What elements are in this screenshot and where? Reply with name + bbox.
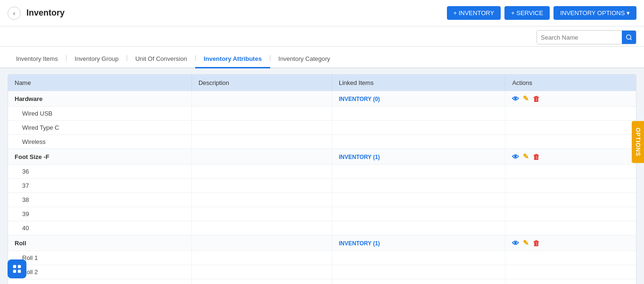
search-input[interactable] bbox=[537, 31, 622, 44]
child-linked bbox=[332, 121, 505, 135]
edit-icon[interactable]: ✎ bbox=[523, 94, 529, 103]
table-row: 39 bbox=[8, 207, 636, 221]
bottom-dashboard-button[interactable] bbox=[8, 259, 26, 278]
child-name: Roll 2 bbox=[8, 265, 191, 279]
group-name: Roll bbox=[8, 235, 191, 251]
child-actions bbox=[505, 207, 636, 221]
child-description bbox=[191, 221, 332, 235]
side-options-panel[interactable]: OPTIONS bbox=[632, 121, 644, 163]
child-name: 39 bbox=[8, 207, 191, 221]
table-row: Wired USB bbox=[8, 107, 636, 121]
tab-inventory-group[interactable]: Inventory Group bbox=[66, 50, 127, 68]
svg-rect-5 bbox=[18, 270, 21, 273]
view-icon[interactable]: 👁 bbox=[512, 239, 519, 247]
child-linked bbox=[332, 107, 505, 121]
col-actions: Actions bbox=[505, 75, 636, 91]
top-bar: ‹ Inventory + INVENTORY + SERVICE INVENT… bbox=[0, 0, 644, 26]
delete-icon[interactable]: 🗑 bbox=[533, 95, 540, 103]
tab-inventory-category[interactable]: Inventory Category bbox=[270, 50, 339, 68]
table-row: Hardware INVENTORY (0) 👁 ✎ 🗑 bbox=[8, 91, 636, 107]
child-description bbox=[191, 251, 332, 265]
page-title: Inventory bbox=[26, 8, 65, 18]
table-row: 36 bbox=[8, 165, 636, 179]
child-linked bbox=[332, 179, 505, 193]
child-name: Roll 3 bbox=[8, 279, 191, 284]
child-description bbox=[191, 135, 332, 149]
svg-rect-2 bbox=[13, 265, 16, 268]
child-linked bbox=[332, 251, 505, 265]
tab-unit-of-conversion[interactable]: Unit Of Conversion bbox=[127, 50, 196, 68]
child-actions bbox=[505, 279, 636, 284]
child-actions bbox=[505, 121, 636, 135]
grid-icon bbox=[12, 264, 22, 274]
tab-inventory-items[interactable]: Inventory Items bbox=[8, 50, 66, 68]
group-linked[interactable]: INVENTORY (0) bbox=[332, 91, 505, 107]
col-linked-items: Linked Items bbox=[332, 75, 505, 91]
edit-icon[interactable]: ✎ bbox=[523, 152, 529, 161]
group-name: Foot Size -F bbox=[8, 149, 191, 165]
child-name: 38 bbox=[8, 193, 191, 207]
group-description bbox=[191, 149, 332, 165]
table-container: Name Description Linked Items Actions Ha… bbox=[8, 74, 636, 284]
child-linked bbox=[332, 193, 505, 207]
child-actions bbox=[505, 193, 636, 207]
table-row: Roll 1 bbox=[8, 251, 636, 265]
search-bar-area bbox=[0, 26, 644, 47]
child-name: Wired USB bbox=[8, 107, 191, 121]
group-name: Hardware bbox=[8, 91, 191, 107]
back-button[interactable]: ‹ bbox=[8, 7, 21, 20]
svg-line-1 bbox=[630, 39, 632, 40]
table-row: Roll 2 bbox=[8, 265, 636, 279]
search-button[interactable] bbox=[622, 30, 636, 44]
inventory-attributes-table: Name Description Linked Items Actions Ha… bbox=[8, 75, 636, 284]
col-description: Description bbox=[191, 75, 332, 91]
group-linked[interactable]: INVENTORY (1) bbox=[332, 235, 505, 251]
delete-icon[interactable]: 🗑 bbox=[533, 239, 540, 247]
child-name: 40 bbox=[8, 221, 191, 235]
group-linked[interactable]: INVENTORY (1) bbox=[332, 149, 505, 165]
tab-inventory-attributes[interactable]: Inventory Attributes bbox=[195, 50, 270, 68]
table-row: Wireless bbox=[8, 135, 636, 149]
child-actions bbox=[505, 251, 636, 265]
child-linked bbox=[332, 221, 505, 235]
child-description bbox=[191, 265, 332, 279]
child-description bbox=[191, 207, 332, 221]
svg-rect-3 bbox=[18, 265, 21, 268]
top-bar-right: + INVENTORY + SERVICE INVENTORY OPTIONS … bbox=[447, 6, 637, 20]
tabs-bar: Inventory Items | Inventory Group | Unit… bbox=[0, 47, 644, 68]
delete-icon[interactable]: 🗑 bbox=[533, 153, 540, 161]
view-icon[interactable]: 👁 bbox=[512, 153, 519, 161]
table-row: Foot Size -F INVENTORY (1) 👁 ✎ 🗑 bbox=[8, 149, 636, 165]
table-row: 37 bbox=[8, 179, 636, 193]
child-actions bbox=[505, 135, 636, 149]
child-description bbox=[191, 121, 332, 135]
child-actions bbox=[505, 107, 636, 121]
add-inventory-button[interactable]: + INVENTORY bbox=[447, 6, 501, 20]
child-description bbox=[191, 193, 332, 207]
edit-icon[interactable]: ✎ bbox=[523, 239, 529, 247]
top-bar-left: ‹ Inventory bbox=[8, 7, 65, 20]
main-content: Name Description Linked Items Actions Ha… bbox=[0, 74, 644, 284]
table-header-row: Name Description Linked Items Actions bbox=[8, 75, 636, 91]
child-actions bbox=[505, 179, 636, 193]
child-actions bbox=[505, 165, 636, 179]
child-linked bbox=[332, 279, 505, 284]
table-row: Wired Type C bbox=[8, 121, 636, 135]
child-actions bbox=[505, 221, 636, 235]
child-name: Wireless bbox=[8, 135, 191, 149]
child-linked bbox=[332, 207, 505, 221]
child-linked bbox=[332, 165, 505, 179]
table-row: 38 bbox=[8, 193, 636, 207]
group-description bbox=[191, 91, 332, 107]
view-icon[interactable]: 👁 bbox=[512, 95, 519, 103]
child-description bbox=[191, 279, 332, 284]
group-description bbox=[191, 235, 332, 251]
child-actions bbox=[505, 265, 636, 279]
child-name: 36 bbox=[8, 165, 191, 179]
child-linked bbox=[332, 135, 505, 149]
add-service-button[interactable]: + SERVICE bbox=[504, 6, 550, 20]
child-name: Roll 1 bbox=[8, 251, 191, 265]
child-name: Wired Type C bbox=[8, 121, 191, 135]
inventory-options-button[interactable]: INVENTORY OPTIONS ▾ bbox=[553, 6, 636, 20]
col-name: Name bbox=[8, 75, 191, 91]
